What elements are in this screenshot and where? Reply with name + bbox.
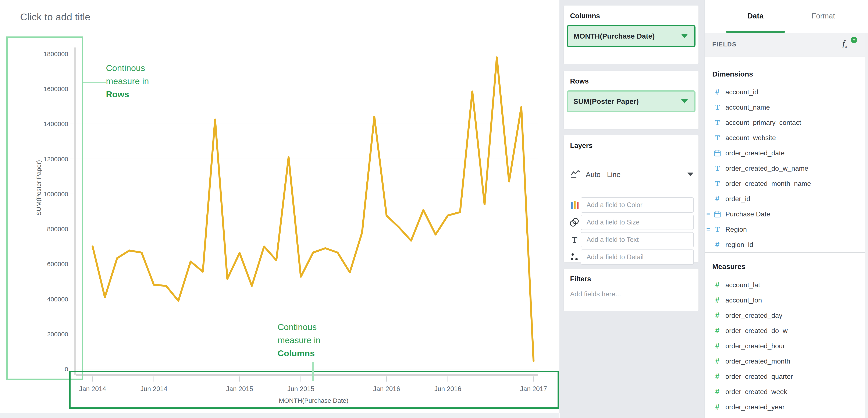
plus-badge-icon: + [851, 37, 857, 43]
field-label: account_id [725, 88, 758, 96]
chevron-down-icon[interactable] [681, 34, 688, 38]
field-label: account_lon [725, 296, 762, 304]
drop-row-text: TAdd a field to Text [568, 232, 694, 247]
text-type-icon: T [715, 164, 720, 172]
number-icon: # [715, 341, 719, 350]
columns-shelf-header: Columns [564, 5, 699, 20]
field-row-account_primary_contact[interactable]: Taccount_primary_contact [705, 115, 868, 130]
text-type-icon: T [715, 119, 720, 126]
columns-shelf: Columns MONTH(Purchase Date) [563, 5, 699, 64]
calendar-icon [714, 149, 721, 157]
field-label: account_website [725, 134, 776, 142]
chart-card: Click to add title 020000040000060000080… [0, 0, 560, 413]
drop-input[interactable]: Add a field to Color [581, 197, 694, 213]
layer-type-label: Auto - Line [586, 171, 687, 179]
field-label: order_id [725, 195, 750, 203]
text-type-icon: T [715, 134, 720, 142]
number-icon: # [715, 402, 719, 412]
field-row-order_created_week[interactable]: #order_created_week [705, 384, 868, 399]
field-row-account_id[interactable]: #account_id [705, 84, 868, 100]
field-row-order_created_year[interactable]: #order_created_year [705, 399, 868, 415]
annotation-line-bold: Columns [278, 349, 315, 358]
annotation-line: Continous [106, 61, 149, 74]
drop-row-color: Add a field to Color [568, 197, 694, 213]
filters-drop-target[interactable]: Add fields here... [564, 283, 699, 298]
dimensions-header: Dimensions [712, 70, 753, 78]
field-row-order_created_date[interactable]: order_created_date [705, 145, 868, 161]
columns-pill-label: MONTH(Purchase Date) [568, 32, 681, 40]
columns-annotation-box [69, 371, 559, 409]
field-label: order_created_do_w_name [725, 165, 808, 172]
field-row-order_created_month_name[interactable]: Torder_created_month_name [705, 176, 868, 191]
tab-data[interactable]: Data [724, 12, 787, 20]
active-tab-indicator [726, 31, 785, 33]
rows-shelf-header: Rows [564, 71, 699, 85]
rows-pill[interactable]: SUM(Poster Paper) [567, 90, 695, 112]
fields-section-bar: FIELDS fx + [705, 33, 868, 57]
rows-pill-label: SUM(Poster Paper) [568, 97, 681, 106]
columns-pill[interactable]: MONTH(Purchase Date) [567, 25, 695, 47]
color-bars-icon [571, 201, 579, 209]
number-icon: # [715, 387, 719, 396]
add-calculated-field-button[interactable]: fx + [842, 38, 856, 51]
annotation-line: measure in [278, 334, 321, 347]
drop-input[interactable]: Add a field to Detail [581, 249, 694, 265]
rows-annotation-box [6, 36, 83, 380]
layers-card: Layers Auto - Line Add a field to ColorA… [563, 135, 699, 263]
field-label: Purchase Date [725, 210, 770, 218]
page-background-strip [0, 413, 559, 418]
divider [705, 252, 868, 253]
field-label: order_created_quarter [725, 372, 793, 381]
field-label: order_created_month [725, 357, 790, 365]
field-label: order_created_day [725, 311, 782, 320]
field-row-order_created_quarter[interactable]: #order_created_quarter [705, 369, 868, 384]
app-window: Click to add title 020000040000060000080… [0, 0, 868, 418]
field-row-order_created_day[interactable]: #order_created_day [705, 308, 868, 323]
drop-row-detail: Add a field to Detail [568, 249, 694, 265]
field-row-account_lat[interactable]: #account_lat [705, 277, 868, 293]
rows-annotation-text: Continous measure in Rows [106, 61, 149, 101]
field-row-order_created_hour[interactable]: #order_created_hour [705, 338, 868, 354]
chevron-down-icon[interactable] [681, 99, 688, 103]
layer-type-selector[interactable]: Auto - Line [570, 161, 693, 188]
columns-annotation-connector [312, 362, 314, 381]
field-row-order_id[interactable]: #order_id [705, 191, 868, 206]
field-label: order_created_month_name [725, 180, 811, 187]
chevron-down-icon[interactable] [687, 173, 693, 176]
calendar-icon [714, 210, 721, 218]
number-icon: # [715, 240, 719, 249]
fields-section-label: FIELDS [712, 41, 737, 48]
columns-annotation-text: Continous measure in Columns [278, 321, 321, 360]
field-row-account_name[interactable]: Taccount_name [705, 100, 868, 115]
field-row-order_created_month[interactable]: #order_created_month [705, 354, 868, 369]
field-row-region_id[interactable]: #region_id [705, 237, 868, 252]
text-type-icon: T [715, 180, 720, 187]
field-row-order_created_do_w_name[interactable]: Torder_created_do_w_name [705, 161, 868, 176]
drop-input[interactable]: Add a field to Text [581, 232, 694, 247]
number-icon: # [715, 280, 719, 289]
number-icon: # [715, 357, 719, 366]
annotation-line: Continous [278, 321, 321, 334]
rows-shelf: Rows SUM(Poster Paper) [563, 70, 699, 129]
field-row-Region[interactable]: =TRegion [705, 222, 868, 237]
number-icon: # [715, 326, 719, 335]
annotation-line: measure in [106, 74, 149, 88]
field-row-Purchase Date[interactable]: =Purchase Date [705, 206, 868, 222]
field-row-account_lon[interactable]: #account_lon [705, 293, 868, 308]
field-label: region_id [725, 241, 753, 249]
panel-tabs: Data Format [705, 0, 868, 33]
tab-format[interactable]: Format [792, 12, 855, 20]
fields-scrollbar[interactable] [865, 33, 868, 418]
field-row-account_website[interactable]: Taccount_website [705, 130, 868, 145]
measures-header: Measures [712, 262, 745, 271]
shelf-panel: Columns MONTH(Purchase Date) Rows SUM(Po… [560, 0, 704, 418]
field-row-order_created_do_w[interactable]: #order_created_do_w [705, 323, 868, 338]
number-icon: # [715, 88, 719, 96]
calculated-field-icon: = [705, 226, 712, 233]
number-icon: # [715, 296, 719, 305]
line-chart-icon [570, 170, 581, 179]
filters-shelf: Filters Add fields here... [563, 268, 699, 311]
drop-row-size: Add a field to Size [568, 214, 694, 230]
drop-input[interactable]: Add a field to Size [581, 215, 694, 230]
detail-dots-icon [571, 253, 578, 261]
